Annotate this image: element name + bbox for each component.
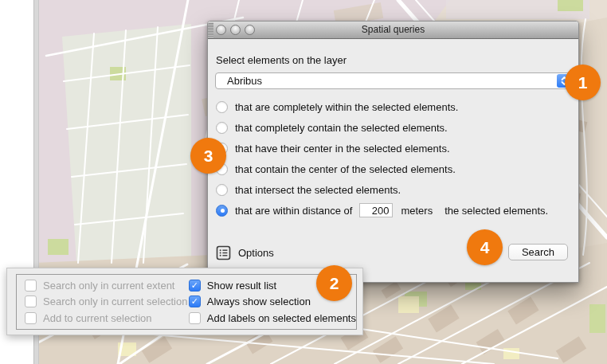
annotation-badge-2: 2 [316,265,352,301]
zoom-button[interactable] [245,25,255,35]
annotation-badge-3: 3 [190,138,226,174]
layer-select-value: Abribus [227,73,262,88]
distance-input[interactable] [359,203,393,217]
search-button[interactable]: Search [508,244,568,260]
radio-option-intersect[interactable]: that intersect the selected elements. [216,179,548,200]
checkbox[interactable] [189,280,201,292]
spatial-queries-dialog: Spatial queries Select elements on the l… [207,21,579,283]
radio-button[interactable] [216,101,228,113]
titlebar-ridges [208,22,213,37]
annotation-badge-1: 1 [565,65,601,100]
checkbox-search-current-selection[interactable]: Search only in current selection [25,294,189,310]
radio-option-contain-center[interactable]: that contain the center of the selected … [216,159,548,179]
distance-suffix-label: the selected elements. [444,205,548,217]
close-button[interactable] [216,25,226,35]
radio-option-within-distance[interactable]: that are within distance of meters the s… [216,200,548,221]
radio-button[interactable] [216,205,228,217]
options-list-icon [216,245,231,260]
radio-button[interactable] [216,184,228,196]
radio-option-center-in[interactable]: that have their center in the selected e… [216,138,548,159]
spatial-relation-radio-group: that are completely within the selected … [216,96,548,221]
layer-select-dropdown[interactable]: Abribus [215,72,574,89]
minimize-button[interactable] [230,25,241,35]
checkbox[interactable] [25,296,37,307]
checkbox-search-current-extent[interactable]: Search only in current extent [25,277,189,293]
search-options-panel: Search only in current extent Search onl… [6,268,363,335]
distance-unit-label: meters [401,205,433,217]
options-column-left: Search only in current extent Search onl… [17,275,189,329]
dialog-titlebar[interactable]: Spatial queries [208,22,578,39]
checkbox[interactable] [25,280,37,292]
annotation-badge-4: 4 [467,229,503,265]
radio-option-within[interactable]: that are completely within the selected … [216,96,548,117]
layer-select-label: Select elements on the layer [216,54,347,66]
checkbox[interactable] [189,296,201,307]
checkbox-add-labels[interactable]: Add labels on selected elements [189,311,356,327]
checkbox[interactable] [189,312,201,324]
options-button[interactable]: Options [216,245,274,260]
search-options-group: Search only in current extent Search onl… [16,274,357,330]
options-button-label: Options [238,247,274,259]
traffic-lights [216,25,255,35]
checkbox[interactable] [25,312,37,324]
dialog-title: Spatial queries [208,22,578,38]
radio-button[interactable] [216,122,228,134]
checkbox-add-to-selection[interactable]: Add to current selection [25,311,189,327]
radio-option-contain[interactable]: that completely contain the selected ele… [216,117,548,138]
